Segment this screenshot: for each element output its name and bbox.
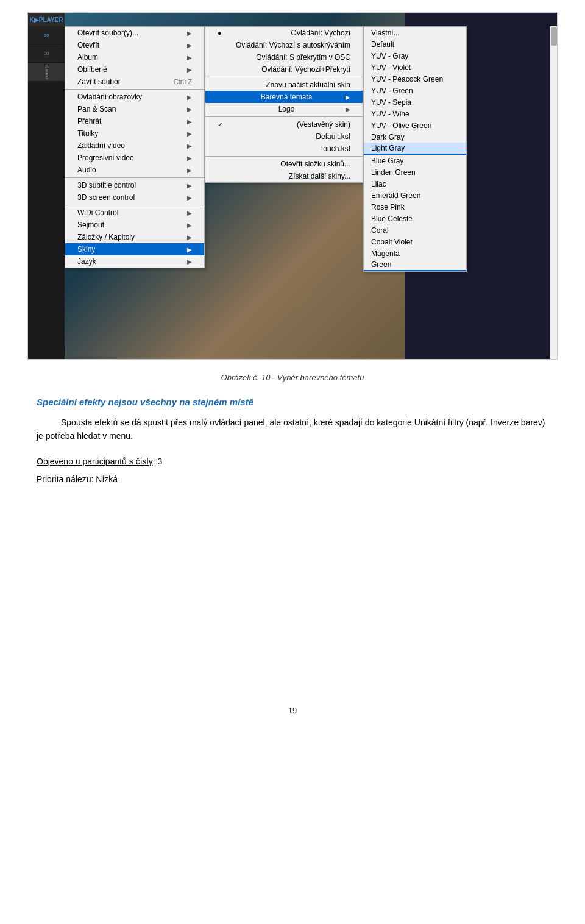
priority-label: Priorita nálezu	[37, 474, 91, 484]
menu-basic-video[interactable]: Základní video ▶	[65, 140, 204, 152]
submenu-control-autohide[interactable]: Ovládání: Výchozí s autoskrýváním	[205, 39, 363, 51]
arrow-icon: ▶	[187, 94, 192, 101]
color-yuv-gray[interactable]: YUV - Gray	[364, 50, 466, 62]
bottom-section: 19	[0, 489, 585, 733]
menu-capture[interactable]: Sejmout ▶	[65, 219, 204, 231]
main-paragraph: Spousta efektů se dá spustit přes malý o…	[37, 416, 548, 443]
menu-open-files[interactable]: Otevřít soubor(y)... ▶	[65, 27, 204, 39]
arrow-icon: ▶	[187, 143, 192, 149]
arrow-icon: ▶	[187, 66, 192, 73]
submenu-open-skins-folder[interactable]: Otevřít složku skinů...	[205, 158, 363, 170]
sub-separator-3	[205, 156, 363, 157]
color-yuv-wine[interactable]: YUV - Wine	[364, 108, 466, 119]
separator-2	[65, 177, 204, 178]
priority-line: Priorita nálezu: Nízká	[37, 472, 548, 487]
submenu-logo[interactable]: Logo ▶	[205, 103, 363, 115]
arrow-icon: ▶	[346, 94, 350, 101]
priority-value: Nízká	[96, 474, 118, 484]
discovered-label: Objeveno u participantů s čísly	[37, 457, 153, 466]
screenshot-container: 05x02 - Motorky a zbraně.avi K▶PLAYER po…	[27, 12, 558, 360]
menu-open[interactable]: Otevřít ▶	[65, 39, 204, 51]
figure-caption: Obrázek č. 10 - Výběr barevného tématu	[0, 373, 585, 382]
arrow-icon: ▶	[187, 42, 192, 49]
color-yuv-peacock-green[interactable]: YUV - Peacock Green	[364, 73, 466, 85]
arrow-icon: ▶	[346, 106, 350, 113]
submenu-touch-ksf[interactable]: touch.ksf	[205, 143, 363, 155]
arrow-icon: ▶	[187, 234, 192, 241]
color-emerald-green[interactable]: Emerald Green	[364, 190, 466, 201]
menu-screen-control[interactable]: Ovládání obrazovky ▶	[65, 91, 204, 103]
section-heading: Speciální efekty nejsou všechny na stejn…	[37, 397, 548, 407]
menu-bookmarks[interactable]: Záložky / Kapitoly ▶	[65, 231, 204, 243]
menu-skins[interactable]: Skiny ▶	[65, 243, 204, 255]
submenu-default-ksf[interactable]: Default.ksf	[205, 130, 363, 143]
sub-separator-1	[205, 77, 363, 77]
discovered-value: 3	[157, 457, 162, 466]
color-default[interactable]: Default	[364, 38, 466, 50]
color-blue-celeste[interactable]: Blue Celeste	[364, 213, 466, 224]
arrow-icon: ▶	[187, 258, 192, 265]
page-number: 19	[0, 706, 585, 715]
menu-pan-scan[interactable]: Pan & Scan ▶	[65, 103, 204, 115]
color-coral[interactable]: Coral	[364, 224, 466, 236]
menu-language[interactable]: Jazyk ▶	[65, 255, 204, 268]
color-blue-gray[interactable]: Blue Gray	[364, 155, 466, 166]
menu-3d-screen[interactable]: 3D screen control ▶	[65, 191, 204, 204]
screenshot-area: 05x02 - Motorky a zbraně.avi K▶PLAYER po…	[0, 0, 585, 366]
menu-subtitles[interactable]: Titulky ▶	[65, 127, 204, 140]
arrow-icon: ▶	[187, 182, 192, 189]
color-dark-gray[interactable]: Dark Gray	[364, 131, 466, 143]
submenu-get-more-skins[interactable]: Získat další skiny...	[205, 170, 363, 182]
color-custom[interactable]: Vlastní...	[364, 27, 466, 38]
arrow-icon: ▶	[187, 30, 192, 37]
separator-1	[65, 89, 204, 90]
menu-3d-subtitle[interactable]: 3D subtitle control ▶	[65, 179, 204, 191]
color-lilac[interactable]: Lilac	[364, 178, 466, 190]
submenu-color-themes[interactable]: Barevná témata ▶	[205, 91, 363, 103]
arrow-icon: ▶	[187, 167, 192, 174]
submenu-control-default[interactable]: ● Ovládání: Výchozí	[205, 27, 363, 39]
discovered-line: Objeveno u participantů s čísly: 3	[37, 454, 548, 469]
sidebar-control-control: control	[28, 63, 65, 81]
color-linden-green[interactable]: Linden Green	[364, 166, 466, 178]
color-rose-pink[interactable]: Rose Pink	[364, 201, 466, 213]
scrollbar[interactable]	[550, 26, 557, 360]
submenu-control-overlay[interactable]: Ovládání: Výchozí+Překrytí	[205, 63, 363, 76]
menu-album[interactable]: Album ▶	[65, 51, 204, 63]
color-yuv-green[interactable]: YUV - Green	[364, 85, 466, 96]
menu-progressive-video[interactable]: Progresivní video ▶	[65, 152, 204, 164]
arrow-icon: ▶	[187, 106, 192, 113]
menu-play[interactable]: Přehrát ▶	[65, 115, 204, 127]
player-logo: K▶PLAYER	[28, 13, 65, 26]
submenu-control-osc[interactable]: Ovládání: S překrytím v OSC	[205, 51, 363, 63]
arrow-icon: ▶	[187, 246, 192, 253]
color-yuv-sepia[interactable]: YUV - Sepia	[364, 96, 466, 108]
color-green[interactable]: Green	[364, 259, 466, 271]
color-themes-menu: Vlastní... Default YUV - Gray YUV - Viol…	[363, 26, 467, 272]
arrow-icon: ▶	[187, 222, 192, 229]
arrow-icon: ▶	[187, 155, 192, 162]
sub-separator-2	[205, 116, 363, 117]
sidebar-control-1: po	[28, 26, 65, 44]
arrow-icon: ▶	[187, 194, 192, 201]
separator-3	[65, 205, 204, 205]
menu-close-file[interactable]: Zavřít soubor Ctrl+Z	[65, 76, 204, 88]
menu-widi[interactable]: WiDi Control ▶	[65, 207, 204, 219]
main-context-menu: Otevřít soubor(y)... ▶ Otevřít ▶ Album ▶…	[65, 26, 205, 268]
arrow-icon: ▶	[187, 210, 192, 216]
submenu-builtin-skin[interactable]: ✓ (Vestavěný skin)	[205, 118, 363, 130]
arrow-icon: ▶	[187, 130, 192, 137]
left-sidebar: K▶PLAYER po 00 control	[28, 13, 65, 359]
scrollbar-thumb[interactable]	[551, 27, 557, 46]
submenu-reload-skin[interactable]: Znovu načíst aktuální skin	[205, 79, 363, 91]
menu-favorites[interactable]: Oblíbené ▶	[65, 63, 204, 76]
menu-audio[interactable]: Audio ▶	[65, 164, 204, 176]
arrow-icon: ▶	[187, 118, 192, 125]
sidebar-control-2: 00	[28, 44, 65, 63]
color-yuv-violet[interactable]: YUV - Violet	[364, 62, 466, 73]
color-magenta[interactable]: Magenta	[364, 247, 466, 259]
color-light-gray[interactable]: Light Gray	[364, 143, 466, 155]
arrow-icon: ▶	[187, 54, 192, 61]
color-yuv-olive-green[interactable]: YUV - Olive Green	[364, 119, 466, 131]
color-cobalt-violet[interactable]: Cobalt Violet	[364, 236, 466, 247]
